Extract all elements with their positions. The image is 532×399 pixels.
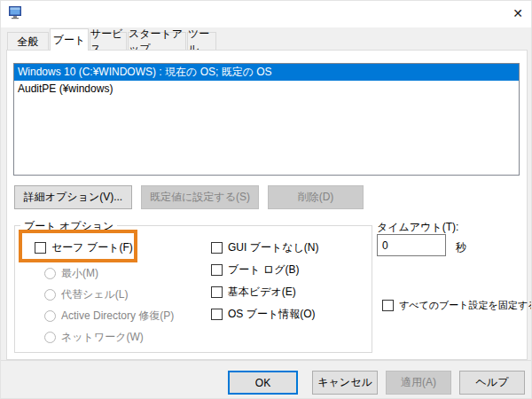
radio-ad-repair	[44, 310, 56, 322]
tab-startup[interactable]: スタートアップ	[128, 32, 186, 51]
radio-minimal	[44, 268, 56, 279]
msconfig-app-icon	[8, 5, 22, 20]
radio-network-label: ネットワーク(W)	[61, 330, 144, 345]
set-as-default-button: 既定値に設定する(S)	[141, 185, 259, 209]
timeout-unit-label: 秒	[456, 240, 466, 255]
close-button[interactable]: ✕	[508, 4, 528, 22]
make-permanent-checkbox[interactable]	[382, 300, 394, 311]
os-boot-info-checkbox[interactable]	[211, 309, 223, 320]
base-video-checkbox[interactable]	[211, 286, 223, 298]
titlebar: ✕	[1, 1, 532, 27]
boot-log-label: ブート ログ(B)	[228, 262, 299, 278]
delete-button: 削除(D)	[268, 185, 364, 209]
radio-alternate-shell-label: 代替シェル(L)	[61, 287, 129, 302]
safe-boot-highlight-box	[19, 230, 137, 262]
timeout-label: タイムアウト(T):	[377, 220, 458, 235]
apply-button: 適用(A)	[386, 371, 451, 395]
radio-alternate-shell	[44, 289, 56, 301]
help-button[interactable]: ヘルプ	[459, 371, 525, 395]
tab-general-label: 全般	[18, 35, 39, 50]
footer: OK キャンセル 適用(A) ヘルプ	[1, 360, 532, 399]
cancel-button[interactable]: キャンセル	[312, 371, 378, 395]
no-gui-boot-label: GUI ブートなし(N)	[228, 240, 318, 255]
tab-tools[interactable]: ツール	[187, 32, 216, 51]
boot-log-checkbox[interactable]	[211, 264, 223, 276]
boot-entries-listbox[interactable]: Windows 10 (C:¥WINDOWS) : 現在の OS; 既定の OS…	[13, 63, 520, 176]
ok-button[interactable]: OK	[228, 371, 298, 395]
boot-entry-row[interactable]: Windows 10 (C:¥WINDOWS) : 現在の OS; 既定の OS	[14, 64, 519, 81]
radio-minimal-label: 最小(M)	[61, 266, 98, 281]
advanced-options-button[interactable]: 詳細オプション(V)...	[14, 185, 132, 209]
os-boot-info-label: OS ブート情報(O)	[228, 307, 316, 322]
tab-boot[interactable]: ブート	[50, 28, 89, 51]
radio-ad-repair-label: Active Directory 修復(P)	[61, 309, 174, 324]
tab-general[interactable]: 全般	[7, 32, 49, 51]
close-icon: ✕	[512, 6, 523, 20]
timeout-input[interactable]	[377, 234, 446, 256]
tab-boot-label: ブート	[53, 33, 86, 48]
no-gui-boot-checkbox[interactable]	[211, 242, 223, 254]
radio-network	[44, 332, 56, 343]
tab-services[interactable]: サービス	[90, 32, 127, 51]
base-video-label: 基本ビデオ(E)	[228, 285, 296, 300]
system-configuration-dialog: ✕ 全般 ブート サービス スタートアップ ツール Windows 10 (C:…	[0, 0, 532, 399]
boot-entry-row[interactable]: AuditPE (¥windows)	[14, 81, 519, 98]
make-permanent-label: すべてのブート設定を固定する(K)	[399, 299, 532, 312]
